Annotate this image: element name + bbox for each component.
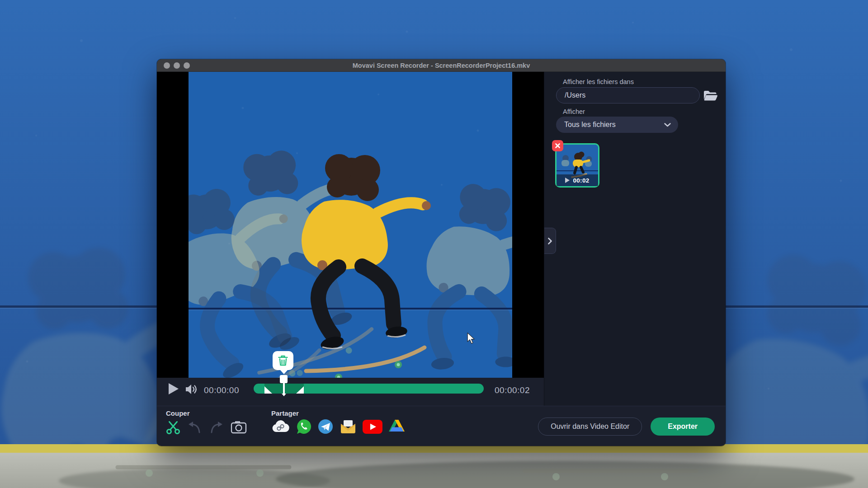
seek-bar[interactable] [254,384,484,394]
export-button[interactable]: Exporter [651,418,715,436]
window-minimize-button[interactable] [174,62,180,69]
bottom-toolbar: Couper [157,406,726,446]
window-close-button[interactable] [164,62,170,69]
desktop: Movavi Screen Recorder - ScreenRecorderP… [0,0,868,488]
trim-handle-right[interactable] [296,386,304,394]
open-in-video-editor-button[interactable]: Ouvrir dans Video Editor [538,418,642,436]
youtube-icon[interactable] [363,420,382,434]
transport-bar: 00:00:00 00:00:02 [157,378,544,406]
whatsapp-icon[interactable] [296,418,312,435]
chevron-right-icon [548,238,552,244]
share-tools [271,418,406,435]
app-window: Movavi Screen Recorder - ScreenRecorderP… [157,59,726,446]
window-title: Movavi Screen Recorder - ScreenRecorderP… [157,62,726,69]
traffic-lights [164,62,190,69]
thumbnail-duration: 00:02 [573,177,589,184]
panel-collapse-toggle[interactable] [544,228,556,254]
current-time: 00:00:00 [204,385,239,395]
window-titlebar[interactable]: Movavi Screen Recorder - ScreenRecorderP… [157,59,726,72]
thumbnail-duration-overlay: 00:02 [557,174,598,186]
tooltip-pointer [280,370,288,374]
cut-section-label: Couper [166,409,190,417]
scissors-icon[interactable] [166,420,180,434]
playhead-handle[interactable] [280,375,288,383]
window-zoom-button[interactable] [184,62,190,69]
close-icon [555,143,560,148]
mouse-cursor [466,333,476,344]
trim-handle-left[interactable] [264,386,272,394]
cut-tools [166,420,247,434]
email-icon[interactable] [339,419,357,434]
total-time: 00:00:02 [495,385,530,395]
playhead-tip [282,394,286,396]
play-button[interactable] [168,383,179,395]
recording-thumbnail[interactable]: 00:02 [555,143,599,188]
undo-icon[interactable] [187,420,202,434]
video-preview [157,72,544,378]
show-files-label: Afficher les fichiers dans [563,78,634,85]
file-browser-sidebar: Afficher les fichiers dans Afficher Tous… [544,72,726,406]
redo-icon[interactable] [209,420,224,434]
play-icon [565,178,570,183]
playhead[interactable] [283,383,285,394]
remove-recording-button[interactable] [552,140,563,151]
video-frame [189,72,512,378]
folder-icon[interactable] [703,89,718,102]
delete-fragment-button[interactable] [273,351,293,370]
volume-button[interactable] [184,382,199,397]
telegram-icon[interactable] [317,418,334,435]
trash-icon [278,355,288,366]
filter-label: Afficher [563,108,585,115]
share-section-label: Partager [271,409,299,417]
chevron-down-icon [664,123,671,127]
files-filter-dropdown[interactable]: Tous les fichiers [556,117,678,133]
files-filter-value: Tous les fichiers [564,121,664,129]
share-link-icon[interactable] [271,419,290,434]
camera-icon[interactable] [231,420,247,434]
player-pane: 00:00:00 00:00:02 [157,72,544,406]
toolbar-actions: Ouvrir dans Video Editor Exporter [538,418,715,436]
google-drive-icon[interactable] [388,419,406,434]
files-path-input[interactable] [556,87,700,103]
